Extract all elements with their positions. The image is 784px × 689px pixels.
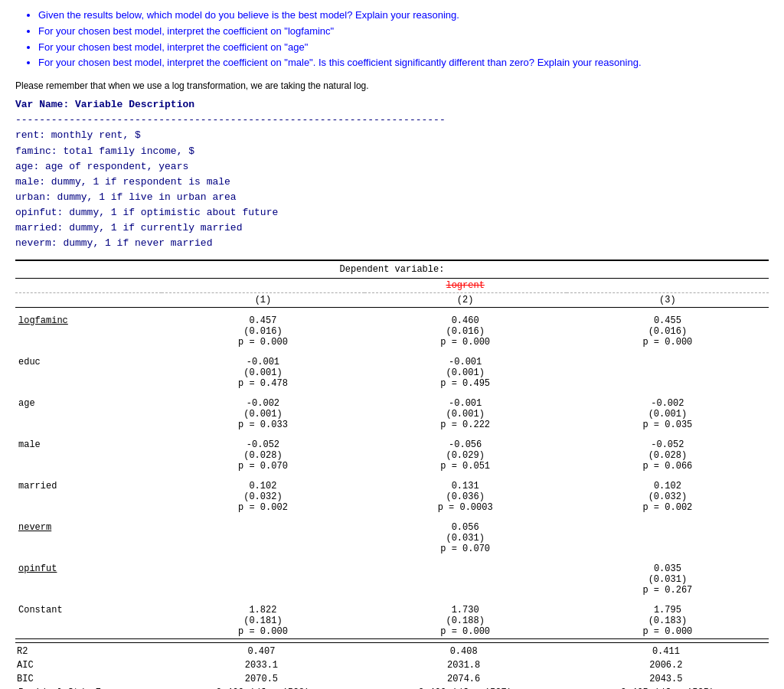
var-row-0: rent: monthly rent, $	[15, 128, 769, 143]
var-row-2: age: age of respondent, years	[15, 159, 769, 175]
cell-age-col2: -0.001(0.001)p = 0.222	[364, 390, 567, 432]
stat-rse-label: Residual Std. Error	[15, 686, 162, 689]
cell-opinfut-col1	[162, 556, 364, 597]
stat-r2-2: 0.408	[364, 645, 567, 658]
cell-Constant-col3: 1.795(0.183)p = 0.000	[567, 597, 769, 639]
cell-neverm-col3	[567, 514, 769, 556]
stat-r2-1: 0.407	[162, 645, 364, 658]
stat-bic-1: 2070.5	[162, 672, 364, 686]
var-name-educ: educ	[15, 349, 162, 390]
var-name-logfaminc: logfaminc	[15, 307, 162, 349]
stat-aic-1: 2033.1	[162, 658, 364, 672]
stat-rse-1: 0.466 (df = 1537)	[364, 686, 567, 689]
bullet-1: Given the results below, which model do …	[38, 8, 769, 24]
var-row-5: opinfut: dummy, 1 if optimistic about fu…	[15, 205, 769, 220]
cell-male-col1: -0.052(0.028)p = 0.070	[162, 432, 364, 473]
stat-aic-2: 2031.8	[364, 658, 567, 672]
bullet-2: For your chosen best model, interpret th…	[38, 24, 769, 40]
cell-logfaminc-col2: 0.460(0.016)p = 0.000	[364, 307, 567, 349]
cell-neverm-col1	[162, 514, 364, 556]
cell-married-col2: 0.131(0.036)p = 0.0003	[364, 473, 567, 514]
var-row-1: faminc: total family income, $	[15, 144, 769, 159]
var-name-age: age	[15, 390, 162, 432]
variable-table: Var Name: Variable Description ---------…	[15, 97, 769, 251]
cell-age-col3: -0.002(0.001)p = 0.035	[567, 390, 769, 432]
cell-male-col3: -0.052(0.028)p = 0.066	[567, 432, 769, 473]
stat-r2-3: 0.411	[567, 645, 769, 658]
dependent-variable-label: Dependent variable:	[15, 261, 769, 278]
stat-bic-3: 2043.5	[567, 672, 769, 686]
cell-logfaminc-col1: 0.457(0.016)p = 0.000	[162, 307, 364, 349]
var-table-header: Var Name: Variable Description	[15, 97, 769, 113]
stat-rse-2: 0.465 (df = 1525)	[567, 686, 769, 689]
cell-educ-col3	[567, 349, 769, 390]
var-name-Constant: Constant	[15, 597, 162, 639]
var-row-4: urban: dummy, 1 if live in urban area	[15, 190, 769, 205]
cell-married-col3: 0.102(0.032)p = 0.002	[567, 473, 769, 514]
cell-opinfut-col2	[364, 556, 567, 597]
var-name-opinfut: opinfut	[15, 556, 162, 597]
var-row-6: married: dummy, 1 if currently married	[15, 220, 769, 236]
cell-educ-col2: -0.001(0.001)p = 0.495	[364, 349, 567, 390]
stat-bic-0: BIC	[15, 672, 162, 686]
cell-neverm-col2: 0.056(0.031)p = 0.070	[364, 514, 567, 556]
cell-Constant-col1: 1.822(0.181)p = 0.000	[162, 597, 364, 639]
cell-male-col2: -0.056(0.029)p = 0.051	[364, 432, 567, 473]
col-header-1: (1)	[162, 292, 364, 307]
bullet-3: For your chosen best model, interpret th…	[38, 40, 769, 56]
stat-aic-0: AIC	[15, 658, 162, 672]
main-content: Given the results below, which model do …	[15, 8, 769, 689]
cell-educ-col1: -0.001(0.001)p = 0.478	[162, 349, 364, 390]
var-name-male: male	[15, 432, 162, 473]
stat-rse-0: 0.466 (df = 1538)	[162, 686, 364, 689]
var-name-married: married	[15, 473, 162, 514]
var-divider-1: ----------------------------------------…	[15, 113, 769, 128]
stat-bic-2: 2074.6	[364, 672, 567, 686]
dep-var-name: logrent	[162, 278, 769, 292]
var-name-neverm: neverm	[15, 514, 162, 556]
col-header-2: (2)	[364, 292, 567, 307]
regression-table: Dependent variable: logrent (1) (2) (3) …	[15, 260, 769, 689]
bullet-section: Given the results below, which model do …	[15, 8, 769, 71]
dep-var-crossed: logrent	[446, 280, 484, 291]
var-row-7: neverm: dummy, 1 if never married	[15, 236, 769, 251]
stat-r2-0: R2	[15, 645, 162, 658]
bullet-4: For your chosen best model, interpret th…	[38, 55, 769, 71]
stat-aic-3: 2006.2	[567, 658, 769, 672]
col-header-3: (3)	[567, 292, 769, 307]
var-row-3: male: dummy, 1 if respondent is male	[15, 175, 769, 190]
cell-logfaminc-col3: 0.455(0.016)p = 0.000	[567, 307, 769, 349]
cell-opinfut-col3: 0.035(0.031)p = 0.267	[567, 556, 769, 597]
cell-married-col1: 0.102(0.032)p = 0.002	[162, 473, 364, 514]
cell-age-col1: -0.002(0.001)p = 0.033	[162, 390, 364, 432]
cell-Constant-col2: 1.730(0.188)p = 0.000	[364, 597, 567, 639]
transformation-note: Please remember that when we use a log t…	[15, 80, 769, 91]
